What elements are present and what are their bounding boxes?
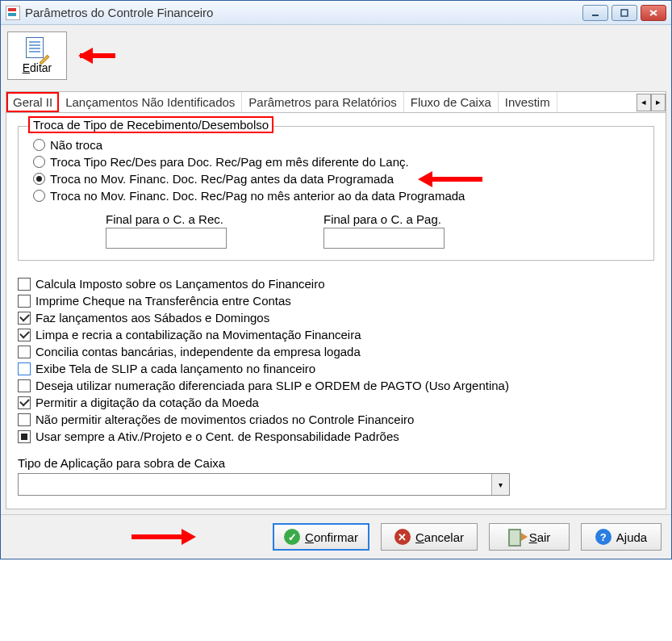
cancel-button[interactable]: ✕ Cancelar xyxy=(381,523,478,551)
check-label: Deseja utilizar numeração diferenciada p… xyxy=(35,379,509,392)
close-icon xyxy=(649,9,658,17)
radio-label: Troca Tipo Rec/Des para Doc. Rec/Pag em … xyxy=(50,155,409,169)
check-label: Calcula Imposto sobre os Lançamentos do … xyxy=(35,277,325,291)
check-label: Não permitir alterações de movimentos cr… xyxy=(35,413,414,426)
checkbox-icon xyxy=(18,379,31,392)
annotation-arrow-confirm xyxy=(131,530,196,543)
maximize-icon xyxy=(620,9,628,17)
dropdown-label: Tipo de Aplicação para sobra de Caixa xyxy=(18,456,654,470)
checkbox-icon xyxy=(18,329,31,341)
edit-button[interactable]: Editar xyxy=(7,31,67,80)
confirm-button[interactable]: ✓ Confirmar xyxy=(273,523,369,551)
toolbar: Editar xyxy=(1,25,671,86)
radio-icon xyxy=(33,139,45,151)
check-faz-lanc-fds[interactable]: Faz lançamentos aos Sábados e Domingos xyxy=(18,309,654,326)
x-circle-icon: ✕ xyxy=(394,529,411,545)
check-label: Faz lançamentos aos Sábados e Domingos xyxy=(35,311,269,325)
tab-geral-ii[interactable]: Geral II xyxy=(6,92,59,112)
cancel-label: Cancelar xyxy=(415,530,464,544)
radio-label: Troca no Mov. Financ. Doc. Rec/Pag antes… xyxy=(50,172,394,186)
radio-icon xyxy=(33,190,45,202)
checkbox-icon xyxy=(18,430,31,443)
help-button[interactable]: ? Ajuda xyxy=(581,523,662,551)
close-button[interactable] xyxy=(641,5,666,21)
check-label: Permitir a digitação da cotação da Moeda xyxy=(35,396,259,409)
final-pag-label: Final para o C. a Pag. xyxy=(323,212,445,226)
app-icon xyxy=(6,6,20,20)
tab-fluxo-caixa[interactable]: Fluxo de Caixa xyxy=(404,92,499,112)
tab-row: Geral II Lançamentos Não Identificados P… xyxy=(6,92,666,113)
check-permitir-cotacao[interactable]: Permitir a digitação da cotação da Moeda xyxy=(18,394,654,411)
fieldset-troca-legend: Troca de Tipo de Recebimento/Desembolso xyxy=(28,116,273,133)
checkbox-icon xyxy=(18,278,31,291)
check-concilia-contas[interactable]: Concilia contas bancárias, independente … xyxy=(18,343,654,360)
check-imprime-cheque[interactable]: Imprime Cheque na Transferência entre Co… xyxy=(18,292,654,309)
check-label: Concilia contas bancárias, independente … xyxy=(35,345,361,358)
tab-scroll: ◂ ▸ xyxy=(637,92,666,112)
check-label: Limpa e recria a contabilização na Movim… xyxy=(35,328,361,341)
radio-icon xyxy=(33,173,45,185)
final-rec-col: Final para o C. a Rec. xyxy=(106,212,227,249)
svg-rect-1 xyxy=(621,10,628,16)
radio-label: Troca no Mov. Financ. Doc. Rec/Pag no mê… xyxy=(50,189,465,203)
window-buttons xyxy=(582,5,666,21)
radio-nao-troca[interactable]: Não troca xyxy=(33,136,639,153)
help-circle-icon: ? xyxy=(595,529,611,545)
exit-icon xyxy=(508,529,524,545)
radio-icon xyxy=(33,156,45,168)
minimize-icon xyxy=(591,9,599,17)
checkbox-icon xyxy=(18,413,31,426)
check-calcula-imposto[interactable]: Calcula Imposto sobre os Lançamentos do … xyxy=(18,275,654,292)
checkbox-icon xyxy=(18,396,31,409)
fieldset-troca: Troca de Tipo de Recebimento/Desembolso … xyxy=(18,126,654,261)
annotation-arrow-edit xyxy=(80,49,128,62)
check-limpa-recria[interactable]: Limpa e recria a contabilização na Movim… xyxy=(18,326,654,343)
radio-troca-mov-mes-anterior[interactable]: Troca no Mov. Financ. Doc. Rec/Pag no mê… xyxy=(33,187,639,204)
checkbox-icon xyxy=(18,295,31,308)
radio-troca-tipo[interactable]: Troca Tipo Rec/Des para Doc. Rec/Pag em … xyxy=(33,153,639,170)
maximize-button[interactable] xyxy=(611,5,637,21)
tab-lanc-nao-ident[interactable]: Lançamentos Não Identificados xyxy=(59,92,242,112)
tipo-aplicacao-dropdown[interactable]: ▾ xyxy=(18,473,510,496)
radio-label: Não troca xyxy=(50,138,102,152)
check-label: Exibe Tela de SLIP a cada lançamento no … xyxy=(35,362,315,375)
check-numeracao-slip[interactable]: Deseja utilizar numeração diferenciada p… xyxy=(18,377,654,394)
check-label: Usar sempre a Ativ./Projeto e o Cent. de… xyxy=(35,429,399,443)
check-exibe-slip[interactable]: Exibe Tela de SLIP a cada lançamento no … xyxy=(18,360,654,377)
final-rec-input[interactable] xyxy=(106,228,227,249)
chevron-down-icon: ▾ xyxy=(491,474,509,495)
titlebar: Parâmetros do Controle Financeiro xyxy=(1,1,671,25)
final-row: Final para o C. a Rec. Final para o C. a… xyxy=(33,212,639,249)
content-area: Geral II Lançamentos Não Identificados P… xyxy=(1,86,671,514)
help-label: Ajuda xyxy=(616,530,647,544)
tab-investim[interactable]: Investim xyxy=(499,92,557,112)
tab-scroll-right[interactable]: ▸ xyxy=(651,94,666,111)
checkbox-icon xyxy=(18,346,31,358)
checkbox-icon xyxy=(18,312,31,325)
check-circle-icon: ✓ xyxy=(284,529,300,545)
edit-button-label: Editar xyxy=(23,61,52,74)
edit-icon xyxy=(26,37,48,60)
tab-param-relatorios[interactable]: Parâmetros para Relatórios xyxy=(242,92,403,112)
check-list: Calcula Imposto sobre os Lançamentos do … xyxy=(18,275,654,445)
final-pag-col: Final para o C. a Pag. xyxy=(323,212,445,249)
exit-button[interactable]: Sair xyxy=(489,523,570,551)
checkbox-icon xyxy=(18,362,31,375)
annotation-arrow-radio xyxy=(418,173,482,186)
radio-troca-mov-antes[interactable]: Troca no Mov. Financ. Doc. Rec/Pag antes… xyxy=(33,170,639,187)
tab-body: Troca de Tipo de Recebimento/Desembolso … xyxy=(6,113,666,509)
check-nao-permitir-alteracoes[interactable]: Não permitir alterações de movimentos cr… xyxy=(18,411,654,428)
confirm-label: Confirmar xyxy=(305,530,358,544)
window-title: Parâmetros do Controle Financeiro xyxy=(25,6,582,19)
final-rec-label: Final para o C. a Rec. xyxy=(106,212,227,226)
footer: ✓ Confirmar ✕ Cancelar Sair ? Ajuda xyxy=(1,514,671,559)
check-label: Imprime Cheque na Transferência entre Co… xyxy=(35,294,291,308)
minimize-button[interactable] xyxy=(582,5,608,21)
final-pag-input[interactable] xyxy=(323,228,445,249)
window: Parâmetros do Controle Financeiro Editar xyxy=(0,0,672,559)
exit-label: Sair xyxy=(529,530,551,544)
tab-container: Geral II Lançamentos Não Identificados P… xyxy=(6,91,666,509)
check-usar-ativ-projeto[interactable]: Usar sempre a Ativ./Projeto e o Cent. de… xyxy=(18,428,654,445)
tab-scroll-left[interactable]: ◂ xyxy=(637,94,651,111)
annotation-arrow-confirm-holder xyxy=(131,530,196,543)
